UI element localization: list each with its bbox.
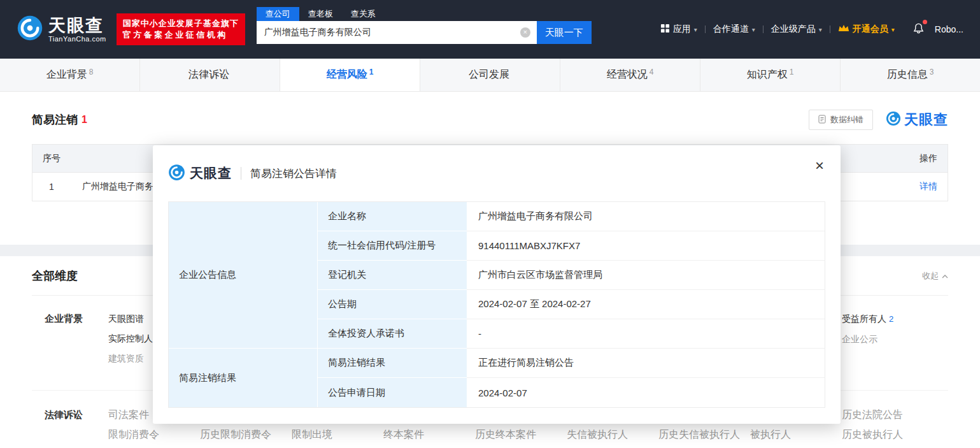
tab-count: 3 xyxy=(930,68,934,76)
crown-icon xyxy=(838,24,849,34)
dim-item-consumption-restriction[interactable]: 限制消费令 xyxy=(108,428,200,442)
tab-history-info[interactable]: 历史信息3 xyxy=(841,59,980,91)
dim-item-dishonest-executee[interactable]: 失信被执行人 xyxy=(567,428,658,442)
dim-item-graph[interactable]: 天眼图谱 xyxy=(108,312,153,325)
row-index: 1 xyxy=(32,182,71,192)
group-label: 法律诉讼 xyxy=(32,408,108,441)
field-value: 2024-02-07 至 2024-02-27 xyxy=(467,290,825,319)
dim-item-history-dishonest-executee[interactable]: 历史失信被执行人 xyxy=(658,428,750,442)
modal-divider xyxy=(241,167,241,180)
field-label: 登记机关 xyxy=(318,261,467,290)
nav-cooperation-label: 合作通道 xyxy=(713,24,749,35)
dim-item-history-court-notice[interactable]: 历史法院公告 xyxy=(842,408,903,422)
field-label: 企业名称 xyxy=(318,202,467,231)
apps-grid-icon xyxy=(660,24,670,35)
collapse-label: 收起 xyxy=(922,270,939,282)
tab-company-development[interactable]: 公司发展 xyxy=(420,59,560,91)
dim-item-terminated-cases[interactable]: 终本案件 xyxy=(383,428,475,442)
nav-enterprise-products[interactable]: 企业级产品 ▾ xyxy=(763,24,830,35)
tab-operating-risk[interactable]: 经营风险1 xyxy=(280,59,420,91)
tab-label: 历史信息 xyxy=(887,68,928,82)
dim-item-history-consumption-restriction[interactable]: 历史限制消费令 xyxy=(200,428,292,442)
chevron-up-icon xyxy=(942,271,948,280)
tab-count: 4 xyxy=(650,68,654,76)
search-tab-boss[interactable]: 查老板 xyxy=(299,7,342,21)
data-correction-button[interactable]: 数据纠错 xyxy=(809,110,873,130)
document-icon xyxy=(818,115,827,126)
tab-lawsuits[interactable]: 法律诉讼 xyxy=(140,59,280,91)
nav-vip-label: 开通会员 xyxy=(853,24,888,35)
dim-item-label: 受益所有人 xyxy=(842,314,886,324)
tab-label: 法律诉讼 xyxy=(188,68,229,82)
tianyancha-logo-icon xyxy=(17,15,43,44)
section-title: 简易注销 xyxy=(32,112,78,127)
tab-count: 1 xyxy=(369,68,374,76)
tab-background[interactable]: 企业背景8 xyxy=(0,59,140,91)
section-count-badge: 1 xyxy=(82,114,87,126)
tab-count: 8 xyxy=(89,68,94,76)
badge-line1: 国家中小企业发展子基金旗下 xyxy=(123,18,239,29)
search-input[interactable] xyxy=(257,21,537,44)
tianyancha-logo[interactable]: 天眼查 TianYanCha.com xyxy=(17,15,106,44)
dim-item-beneficial-owner[interactable]: 受益所有人2 xyxy=(842,312,893,326)
collapse-toggle[interactable]: 收起 xyxy=(922,270,948,282)
field-label: 公告申请日期 xyxy=(318,378,467,407)
tianyancha-watermark-icon xyxy=(886,111,901,129)
dim-item-judicial-cases[interactable]: 司法案件 xyxy=(108,408,149,422)
modal-logo-label: 天眼查 xyxy=(190,164,232,182)
tab-label: 知识产权 xyxy=(747,68,788,82)
field-value: 2024-02-07 xyxy=(467,378,825,407)
field-value: 广州增益电子商务有限公司 xyxy=(467,202,825,231)
nav-open-vip[interactable]: 开通会员 ▾ xyxy=(830,24,902,35)
tab-operating-status[interactable]: 经营状况4 xyxy=(560,59,700,91)
dim-item-executee[interactable]: 被执行人 xyxy=(750,428,842,442)
search-tabs: 查公司 查老板 查关系 xyxy=(257,7,592,21)
chevron-down-icon: ▾ xyxy=(819,26,822,33)
tab-label: 企业背景 xyxy=(46,68,87,82)
tab-label: 经营风险 xyxy=(327,68,367,82)
dimensions-title: 全部维度 xyxy=(32,268,78,284)
nav-enterprise-label: 企业级产品 xyxy=(771,24,816,35)
tab-label: 经营状况 xyxy=(607,68,648,82)
company-section-tabs: 企业背景8 法律诉讼 经营风险1 公司发展 经营状况4 知识产权1 历史信息3 xyxy=(0,59,980,92)
deregistration-detail-modal: 天眼查 简易注销公告详情 × 企业公告信息 简易注销结果 企业名称 广州增益电子… xyxy=(153,145,841,424)
dim-item-actual-controller[interactable]: 实际控制人 xyxy=(108,332,153,345)
field-value: 正在进行简易注销公告 xyxy=(467,349,825,378)
group-label: 企业背景 xyxy=(32,312,108,365)
field-label: 简易注销结果 xyxy=(318,349,467,378)
dim-item-history-terminated-cases[interactable]: 历史终本案件 xyxy=(475,428,567,442)
col-action-header: 操作 xyxy=(909,153,948,164)
chevron-down-icon: ▾ xyxy=(891,26,895,33)
tab-intellectual-property[interactable]: 知识产权1 xyxy=(700,59,841,91)
badge-line2: 官方备案企业征信机构 xyxy=(123,29,239,41)
watermark-label: 天眼查 xyxy=(904,110,948,129)
notification-bell-icon[interactable] xyxy=(902,22,930,36)
nav-apps[interactable]: 应用 ▾ xyxy=(653,24,705,35)
field-label: 公告期 xyxy=(318,290,467,319)
group-cell-deregistration-result: 简易注销结果 xyxy=(169,349,318,407)
field-label: 全体投资人承诺书 xyxy=(318,319,467,349)
dim-item-history-executee[interactable]: 历史被执行人 xyxy=(842,428,934,442)
dim-item-exit-restriction[interactable]: 限制出境 xyxy=(292,428,383,442)
dim-item-construction-qualification[interactable]: 建筑资质 xyxy=(108,352,153,365)
search-tab-relation[interactable]: 查关系 xyxy=(342,7,385,21)
detail-link[interactable]: 详情 xyxy=(909,181,948,192)
user-name[interactable]: Robo... xyxy=(930,24,963,34)
dim-item-company-publicity[interactable]: 企业公示 xyxy=(842,333,893,345)
header-nav: 应用 ▾ 合作通道 ▾ 企业级产品 ▾ 开通会员 ▾ Robo... xyxy=(653,22,963,36)
nav-cooperation[interactable]: 合作通道 ▾ xyxy=(706,24,763,35)
close-icon[interactable]: × xyxy=(815,158,824,173)
notification-dot xyxy=(923,20,927,24)
clear-search-icon[interactable]: × xyxy=(520,27,530,38)
dim-item-count: 2 xyxy=(889,314,893,324)
top-header: 天眼查 TianYanCha.com 国家中小企业发展子基金旗下 官方备案企业征… xyxy=(0,0,980,59)
modal-detail-table: 企业公告信息 简易注销结果 企业名称 广州增益电子商务有限公司 统一社会信用代码… xyxy=(168,201,825,408)
search-button[interactable]: 天眼一下 xyxy=(537,21,592,44)
tab-count: 1 xyxy=(790,68,794,76)
group-cell-announcement-info: 企业公告信息 xyxy=(169,202,318,349)
chevron-down-icon: ▾ xyxy=(694,26,697,33)
modal-header: 天眼查 简易注销公告详情 xyxy=(168,162,825,185)
tab-label: 公司发展 xyxy=(469,68,509,82)
search-tab-company[interactable]: 查公司 xyxy=(257,7,299,21)
field-value: 广州市白云区市场监督管理局 xyxy=(467,261,825,290)
